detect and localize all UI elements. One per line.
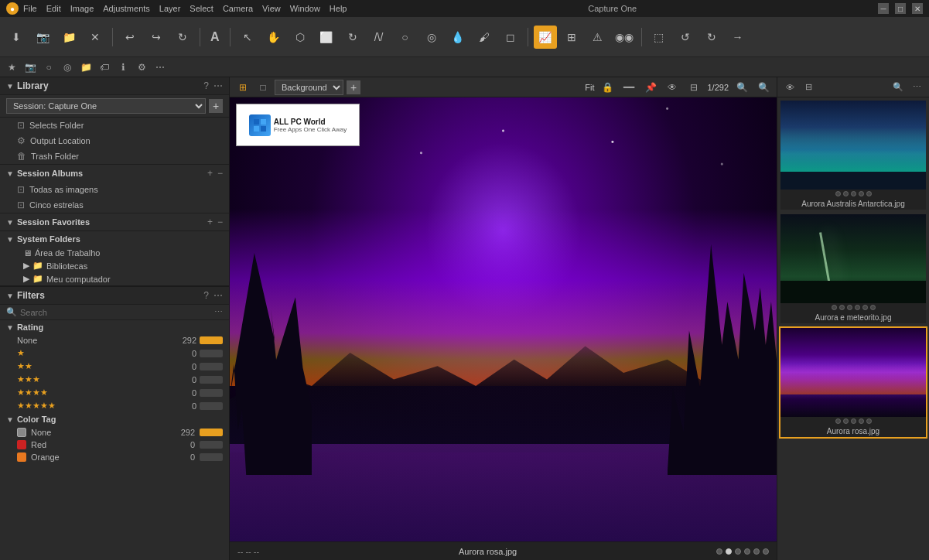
single-view-button[interactable]: □ bbox=[254, 79, 272, 96]
folder-small-btn[interactable]: 📁 bbox=[77, 59, 94, 76]
thumb-item-3[interactable]: Aurora rosa.jpg bbox=[780, 328, 926, 437]
target-icon-btn[interactable]: ◎ bbox=[59, 59, 76, 76]
color-orange-dot bbox=[17, 452, 26, 462]
session-favorites-remove-icon[interactable]: − bbox=[217, 217, 223, 227]
maximize-button[interactable]: □ bbox=[895, 3, 906, 14]
filters-help-icon[interactable]: ? bbox=[203, 290, 209, 301]
close-button[interactable]: ✕ bbox=[912, 3, 923, 14]
gear-icon-btn[interactable]: ⚙ bbox=[133, 59, 150, 76]
menu-image[interactable]: Image bbox=[70, 4, 94, 13]
grid-overlay-button[interactable]: ⊞ bbox=[560, 26, 583, 49]
horizon-button[interactable]: /\/ bbox=[367, 26, 391, 49]
menu-file[interactable]: File bbox=[23, 4, 37, 13]
trash-folder-item[interactable]: 🗑 Trash Folder bbox=[0, 149, 229, 164]
brush-button[interactable]: 🖌 bbox=[473, 26, 496, 49]
spot-button[interactable]: ◎ bbox=[420, 26, 443, 49]
search-input[interactable] bbox=[20, 308, 211, 317]
eye-btn[interactable]: 👁 bbox=[664, 79, 681, 96]
menu-window[interactable]: Window bbox=[290, 4, 320, 13]
rt-grid-btn[interactable]: ⊟ bbox=[801, 80, 816, 95]
bibliotecas-item[interactable]: ▶ 📁 Bibliotecas bbox=[0, 259, 229, 272]
redo-left-button[interactable]: ↪ bbox=[145, 26, 168, 49]
menu-help[interactable]: Help bbox=[330, 4, 347, 13]
rt-more-btn[interactable]: ⋯ bbox=[909, 80, 924, 95]
session-add-button[interactable]: + bbox=[209, 99, 223, 113]
menu-view[interactable]: View bbox=[262, 4, 281, 13]
session-favorites-header[interactable]: ▼ Session Favorites + − bbox=[0, 213, 229, 230]
library-more-icon[interactable]: ⋯ bbox=[213, 80, 223, 91]
library-help-icon[interactable]: ? bbox=[203, 80, 209, 91]
lasso-button[interactable]: ⬡ bbox=[289, 26, 312, 49]
meu-computador-item[interactable]: ▶ 📁 Meu computador bbox=[0, 272, 229, 285]
menu-camera[interactable]: Camera bbox=[223, 4, 253, 13]
eraser-button[interactable]: ◻ bbox=[499, 26, 522, 49]
session-albums-add-icon[interactable]: + bbox=[207, 168, 213, 179]
zoom-in-btn[interactable]: 🔍 bbox=[733, 79, 750, 96]
dots-icon-btn[interactable]: ⋯ bbox=[152, 59, 169, 76]
color-red-row: Red 0 bbox=[0, 439, 229, 451]
import-button[interactable]: ⬇ bbox=[5, 26, 28, 49]
todas-imagens-item[interactable]: ⊡ Todas as imagens bbox=[0, 182, 229, 197]
filters-section-header[interactable]: ▼ Filters ? ⋯ bbox=[0, 287, 229, 305]
curves-button[interactable]: 📈 bbox=[534, 26, 557, 49]
tag-icon-btn[interactable]: 🏷 bbox=[96, 59, 113, 76]
zoom-out-btn[interactable]: 🔍 bbox=[755, 79, 772, 96]
undo-button[interactable]: ↩ bbox=[118, 26, 142, 49]
crop-button[interactable]: ⬜ bbox=[315, 26, 338, 49]
delete-button[interactable]: ✕ bbox=[84, 26, 107, 49]
paste-button[interactable]: ↻ bbox=[700, 26, 723, 49]
rotate-button[interactable]: ↻ bbox=[341, 26, 364, 49]
arrow-button[interactable]: → bbox=[726, 26, 750, 49]
session-albums-remove-icon[interactable]: − bbox=[217, 168, 223, 179]
session-albums-header[interactable]: ▼ Session Albums + − bbox=[0, 164, 229, 182]
info-icon-btn[interactable]: ℹ bbox=[114, 59, 131, 76]
menu-select[interactable]: Select bbox=[190, 4, 213, 13]
session-select-row: Session: Capture One + bbox=[0, 95, 229, 118]
output-location-item[interactable]: ⚙ Output Location bbox=[0, 133, 229, 149]
selects-folder-item[interactable]: ⊡ Selects Folder bbox=[0, 118, 229, 133]
lock-icon-btn[interactable]: 🔒 bbox=[599, 79, 616, 96]
circle-icon-btn[interactable]: ○ bbox=[40, 59, 57, 76]
cursor-button[interactable]: ↖ bbox=[236, 26, 259, 49]
thumb-item-1[interactable]: Aurora Australis Antarctica.jpg bbox=[780, 101, 926, 210]
focus-button[interactable]: ◉◉ bbox=[613, 26, 636, 49]
session-favorites-add-icon[interactable]: + bbox=[207, 217, 213, 227]
search-options-icon[interactable]: ⋯ bbox=[214, 307, 223, 317]
color-tag-group-header[interactable]: ▼ Color Tag bbox=[0, 412, 229, 426]
pan-button[interactable]: ✋ bbox=[262, 26, 285, 49]
rt-eye-btn[interactable]: 👁 bbox=[782, 80, 798, 95]
thumb-item-2[interactable]: Aurora e meteorito.jpg bbox=[780, 214, 926, 323]
add-view-button[interactable]: + bbox=[347, 80, 360, 94]
pin-btn[interactable]: 📌 bbox=[642, 79, 659, 96]
copy-button[interactable]: ⬚ bbox=[647, 26, 671, 49]
menu-edit[interactable]: Edit bbox=[46, 4, 61, 13]
grid-view-button[interactable]: ⊞ bbox=[234, 79, 251, 96]
library-section-header[interactable]: ▼ Library ? ⋯ bbox=[0, 77, 229, 95]
area-trabalho-item[interactable]: 🖥 Área de Trabalho bbox=[0, 247, 229, 259]
reset-button[interactable]: ↺ bbox=[674, 26, 697, 49]
ellipse-button[interactable]: ○ bbox=[394, 26, 417, 49]
warning-button[interactable]: ⚠ bbox=[586, 26, 610, 49]
cinco-estrelas-item[interactable]: ⊡ Cinco estrelas bbox=[0, 197, 229, 213]
rating-group-header[interactable]: ▼ Rating bbox=[0, 320, 229, 334]
camera-small-btn[interactable]: 📷 bbox=[22, 59, 39, 76]
filters-more-icon[interactable]: ⋯ bbox=[213, 290, 223, 301]
font-button[interactable]: A bbox=[206, 27, 224, 47]
background-select[interactable]: Background bbox=[275, 80, 343, 95]
color-orange-bar bbox=[200, 453, 223, 461]
menu-adjustments[interactable]: Adjustments bbox=[103, 4, 150, 13]
minimize-button[interactable]: ─ bbox=[878, 3, 889, 14]
dropper-button[interactable]: 💧 bbox=[446, 26, 470, 49]
camera-button[interactable]: 📷 bbox=[31, 26, 54, 49]
session-select[interactable]: Session: Capture One bbox=[6, 98, 206, 114]
system-folders-header[interactable]: ▼ System Folders bbox=[0, 230, 229, 247]
area-trabalho-label: Área de Trabalho bbox=[35, 248, 100, 258]
folder-button[interactable]: 📁 bbox=[57, 26, 80, 49]
menu-layer[interactable]: Layer bbox=[159, 4, 181, 13]
zoom-btn[interactable]: ━━ bbox=[620, 79, 637, 96]
meu-computador-label: Meu computador bbox=[46, 275, 111, 284]
sliders-btn[interactable]: ⊟ bbox=[685, 79, 702, 96]
redo-right-button[interactable]: ↻ bbox=[171, 26, 194, 49]
star-icon-btn[interactable]: ★ bbox=[3, 59, 20, 76]
rt-zoom-btn[interactable]: 🔍 bbox=[890, 80, 906, 95]
